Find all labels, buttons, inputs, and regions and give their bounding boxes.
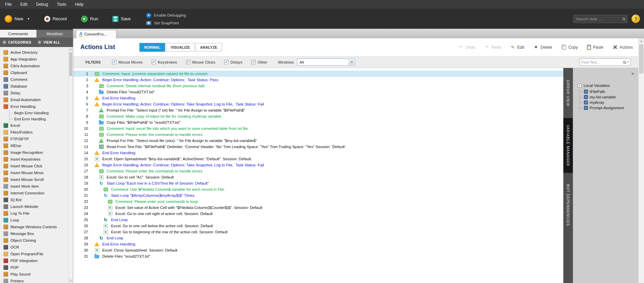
categories-label[interactable]: CATEGORIES	[8, 41, 31, 44]
view-mode-visualize[interactable]: VISUALIZE	[166, 43, 194, 52]
sidebar-item-manage-windows-controls[interactable]: Manage Windows Controls	[0, 223, 68, 230]
chevron-down-icon[interactable]: ▼	[27, 17, 30, 21]
action-row-15[interactable]: 15Excel: Open Spreadsheet "$my-list-vari…	[73, 156, 563, 162]
sidebar-item-active-directory[interactable]: Active Directory	[0, 49, 68, 56]
sidebar-item-pdf-integration[interactable]: PDF Integration	[0, 257, 68, 264]
close-icon[interactable]: ×	[631, 71, 634, 76]
scroll-down-icon[interactable]: ▼	[69, 278, 73, 283]
enable-debugging-button[interactable]: Enable Debugging	[146, 13, 186, 18]
scrollbar-thumb[interactable]	[69, 52, 72, 76]
action-row-10[interactable]: 10Comment: Input: excel file into which …	[73, 125, 563, 132]
variable-item-myarray[interactable]: myArray	[580, 100, 624, 105]
menu-item-file[interactable]: File	[1, 0, 16, 9]
action-row-4[interactable]: 4Delete Files "result2TXT.txt"	[73, 89, 563, 95]
record-button[interactable]: Record	[44, 16, 67, 22]
sidebar-item-play-sound[interactable]: Play Sound	[0, 271, 68, 278]
sidebar-item-delay[interactable]: Delay	[0, 90, 68, 96]
action-row-31[interactable]: 31Delete Files "result2TXT.txt"	[73, 253, 563, 259]
action-row-16[interactable]: 16Begin Error Handling; Action: Continue…	[73, 162, 563, 168]
action-row-28[interactable]: 28↻End Loop	[73, 235, 563, 241]
sidebar-item-email-automation[interactable]: Email Automation	[0, 96, 68, 103]
local-variables-root[interactable]: Local Variables	[578, 83, 624, 88]
action-row-1[interactable]: 1Comment: Input: (comma separated values…	[73, 71, 563, 77]
search-help-input[interactable]	[576, 17, 620, 21]
chevron-down-icon[interactable]: ▾	[627, 61, 629, 64]
copy-button[interactable]: Copy	[561, 45, 578, 50]
sidebar-item-message-box[interactable]: Message Box	[0, 230, 68, 237]
panel-tab-error-view[interactable]: ERROR VIEW	[563, 73, 573, 113]
action-row-21[interactable]: 21↻Start Loop "$ArrayColumns($myArray$)$…	[73, 192, 563, 198]
action-row-29[interactable]: 29End Error Handling	[73, 241, 563, 247]
categories-radio-icon[interactable]	[3, 41, 6, 44]
panel-tab-variable-manager[interactable]: VARIABLE MANAGER	[563, 118, 573, 173]
filter-checkbox-other[interactable]: ✓Other	[251, 60, 267, 64]
undo-button[interactable]: Undo	[458, 45, 475, 50]
sidebar-item-insert-mouse-move[interactable]: Insert Mouse Move	[0, 169, 68, 176]
filter-checkbox-delays[interactable]: ✓Delays	[224, 60, 242, 64]
action-row-20[interactable]: 20Comment: Use $Filedata Column$ variabl…	[73, 186, 563, 192]
action-row-6[interactable]: 6Begin Error Handling; Action: Continue;…	[73, 101, 563, 107]
sidebar-item-insert-keystrokes[interactable]: Insert Keystrokes	[0, 156, 68, 163]
menu-item-debug[interactable]: Debug	[32, 0, 52, 9]
action-row-13[interactable]: 13Read From Text File: "$IFilePath$" Del…	[73, 144, 563, 150]
sidebar-item-internet-connection[interactable]: Internet Connection	[0, 190, 68, 196]
new-button[interactable]: New ▼	[5, 15, 30, 23]
action-row-27[interactable]: 27Excel: Go to beginning of the row of t…	[73, 229, 563, 235]
action-row-18[interactable]: 18Excel: Go to cell "A1". Session: Defau…	[73, 174, 563, 180]
sidebar-item-clipboard[interactable]: Clipboard	[0, 69, 68, 76]
sidebar-scrollbar[interactable]: ▲ ▼	[68, 47, 73, 283]
paste-button[interactable]: Paste	[587, 45, 603, 50]
sidebar-item-launch-website[interactable]: Launch Website	[0, 203, 68, 210]
variable-item-ifilepath[interactable]: IFilePath	[580, 89, 624, 94]
sidebar-item-files-folders[interactable]: Files/Folders	[0, 129, 68, 136]
sidebar-item-end-error-handling[interactable]: End Error Handling	[9, 116, 68, 122]
menu-item-tools[interactable]: Tools	[52, 0, 71, 9]
view-all-radio-icon[interactable]	[38, 41, 41, 44]
sidebar-item-begin-error-handling[interactable]: Begin Error Handling	[9, 110, 68, 116]
panel-tab-bot-dependencies[interactable]: BOT DEPENDENCIES	[563, 178, 573, 233]
sidebar-item-image-recognition[interactable]: Image Recognition	[0, 149, 68, 156]
sidebar-item-ocr[interactable]: OCR	[0, 244, 68, 251]
action-row-22[interactable]: 22Comment: Please enter your commands to…	[73, 198, 563, 205]
sidebar-item-insert-mouse-click[interactable]: Insert Mouse Click	[0, 163, 68, 169]
sidebar-item-excel[interactable]: Excel	[0, 122, 68, 129]
action-row-30[interactable]: 30Excel: Close Spreadsheet. Session: Def…	[73, 247, 563, 253]
sidebar-item-log-to-file[interactable]: Log To File	[0, 210, 68, 217]
sidebar-item-object-cloning[interactable]: Object Cloning	[0, 237, 68, 244]
edit-button[interactable]: Edit	[510, 45, 525, 50]
set-snappoint-button[interactable]: Set SnapPoint	[146, 21, 186, 25]
action-row-26[interactable]: 26Excel: Go to one cell below the active…	[73, 223, 563, 229]
sidebar-item-insert-work-item[interactable]: Insert Work Item	[0, 183, 68, 190]
action-row-25[interactable]: 25↻End Loop	[73, 217, 563, 223]
action-row-9[interactable]: 9Copy Files "$IFilePath$" to "result2TXT…	[73, 119, 563, 125]
actions-button[interactable]: Actions	[613, 45, 633, 50]
sidebar-item-open-program-file[interactable]: Open Program/File	[0, 251, 68, 257]
redo-button[interactable]: Redo	[484, 45, 501, 50]
run-button[interactable]: Run	[81, 16, 98, 22]
sidebar-item-pgp[interactable]: PGP	[0, 264, 68, 271]
sidebar-item-comment[interactable]: Comment	[0, 76, 68, 83]
view-mode-normal[interactable]: NORMAL	[139, 43, 165, 52]
filter-checkbox-mouse-clicks[interactable]: ✓Mouse Clicks	[186, 60, 215, 64]
search-icon[interactable]	[623, 61, 626, 64]
scroll-up-icon[interactable]: ▲	[69, 47, 73, 52]
action-row-24[interactable]: 24Excel: Go to one cell right of active …	[73, 211, 563, 217]
sidebar-tab-commands[interactable]: Commands	[0, 30, 36, 38]
scrollbar-thumb[interactable]	[639, 45, 643, 73]
delete-button[interactable]: Delete	[533, 45, 552, 50]
menu-item-edit[interactable]: Edit	[16, 0, 32, 9]
action-row-17[interactable]: 17Comment: Please enter the commands to …	[73, 168, 563, 174]
filter-checkbox-mouse-moves[interactable]: ✓Mouse Moves	[112, 60, 143, 64]
scroll-up-icon[interactable]	[639, 38, 644, 44]
sidebar-item-error-handling[interactable]: Error Handling	[0, 103, 68, 110]
sidebar-item-printers[interactable]: Printers	[0, 278, 68, 283]
action-row-2[interactable]: 2Begin Error Handling; Action: Continue;…	[73, 77, 563, 83]
action-row-14[interactable]: 14End Error Handling	[73, 150, 563, 156]
save-button[interactable]: Save	[112, 16, 131, 22]
action-row-19[interactable]: 19↻Start Loop "Each row in a CSV/Text fi…	[73, 180, 563, 186]
find-text-input[interactable]	[582, 60, 621, 64]
action-row-7[interactable]: 7Prompt For File: "Select input (*.txt) …	[73, 107, 563, 113]
variable-item-prompt-assignment[interactable]: Prompt-Assignment	[580, 105, 624, 111]
variable-item-my-list-variable[interactable]: my-list-variable	[580, 94, 624, 100]
help-button[interactable]: ?	[632, 15, 640, 23]
